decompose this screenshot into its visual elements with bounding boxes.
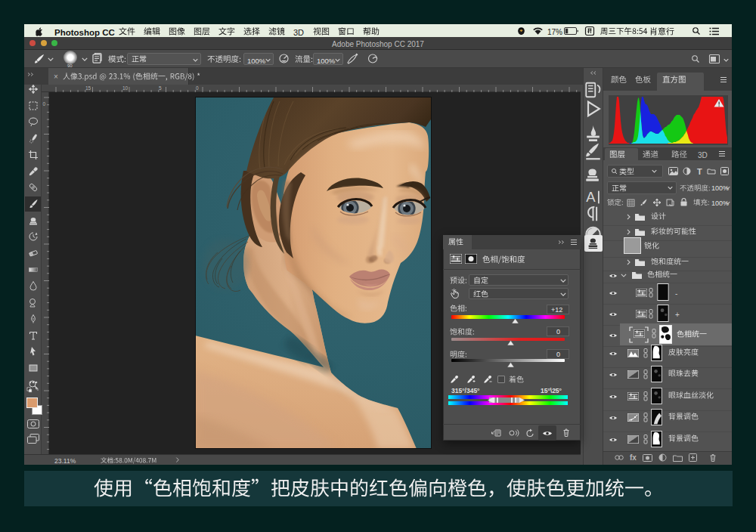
svg-text:A: A xyxy=(586,189,596,205)
